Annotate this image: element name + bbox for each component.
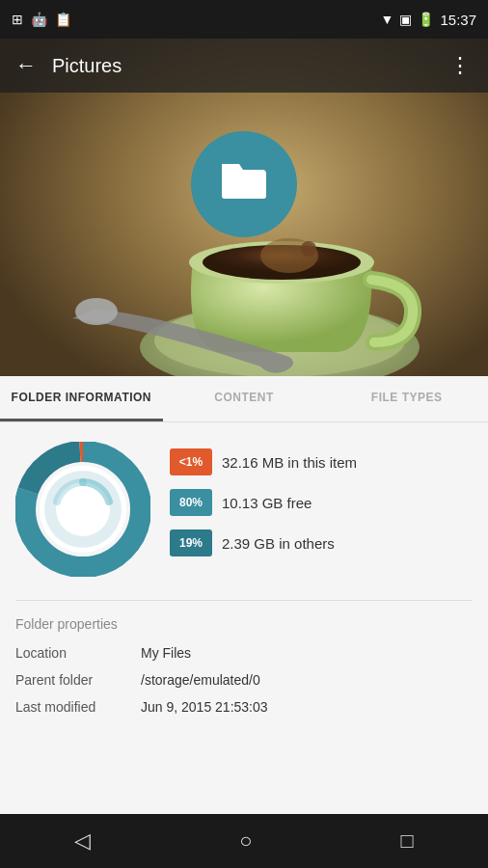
badge-small-percent: <1% xyxy=(170,448,212,475)
wifi-icon: ▼ xyxy=(381,12,394,27)
stat-text-small: 32.16 MB in this item xyxy=(222,454,357,471)
stat-item-small: <1% 32.16 MB in this item xyxy=(170,448,473,475)
prop-value-modified: Jun 9, 2015 21:53:03 xyxy=(141,699,268,715)
bottom-nav: ◁ ○ □ xyxy=(0,814,488,868)
main-content: <1% 32.16 MB in this item 80% 10.13 GB f… xyxy=(0,422,488,746)
stat-item-free: 80% 10.13 GB free xyxy=(170,489,473,516)
back-nav-icon[interactable]: ◁ xyxy=(74,828,91,854)
badge-others-percent: 19% xyxy=(170,529,212,556)
stat-text-others: 2.39 GB in others xyxy=(222,535,335,552)
tab-folder-information[interactable]: FOLDER INFORMATION xyxy=(0,376,163,421)
folder-icon-circle xyxy=(191,131,297,237)
status-icons: ⊞ 🤖 📋 xyxy=(12,12,71,27)
svg-rect-9 xyxy=(222,174,266,199)
prop-label-parent: Parent folder xyxy=(15,672,141,688)
svg-point-7 xyxy=(301,241,316,257)
section-title: Folder properties xyxy=(15,616,473,632)
clipboard-icon: 📋 xyxy=(55,12,71,27)
prop-value-parent: /storage/emulated/0 xyxy=(141,672,260,688)
prop-label-modified: Last modified xyxy=(15,699,141,715)
prop-value-location: My Files xyxy=(141,645,191,661)
section-divider xyxy=(15,600,473,601)
donut-chart xyxy=(15,442,150,577)
stat-text-free: 10.13 GB free xyxy=(222,495,312,511)
android-icon: 🤖 xyxy=(31,12,47,27)
status-bar: ⊞ 🤖 📋 ▼ ▣ 🔋 15:37 xyxy=(0,0,488,39)
stats-row: <1% 32.16 MB in this item 80% 10.13 GB f… xyxy=(15,442,473,577)
hero-area xyxy=(0,39,488,415)
status-right: ▼ ▣ 🔋 15:37 xyxy=(381,12,476,28)
time-display: 15:37 xyxy=(440,12,476,28)
toolbar-title: Pictures xyxy=(52,55,449,77)
property-row-modified: Last modified Jun 9, 2015 21:53:03 xyxy=(15,699,473,715)
battery-icon: 🔋 xyxy=(418,12,434,27)
tab-content[interactable]: CONTENT xyxy=(163,376,326,421)
prop-label-location: Location xyxy=(15,645,141,661)
signal-icon: ▣ xyxy=(399,12,412,27)
tab-file-types[interactable]: FILE TYPES xyxy=(325,376,488,421)
badge-free-percent: 80% xyxy=(170,489,212,516)
home-nav-icon[interactable]: ○ xyxy=(239,828,252,854)
svg-point-8 xyxy=(75,298,118,325)
folder-properties-section: Folder properties Location My Files Pare… xyxy=(15,616,473,715)
back-button[interactable]: ← xyxy=(15,53,37,78)
stat-item-others: 19% 2.39 GB in others xyxy=(170,529,473,556)
property-row-location: Location My Files xyxy=(15,645,473,661)
grid-icon: ⊞ xyxy=(12,12,23,27)
property-row-parent: Parent folder /storage/emulated/0 xyxy=(15,672,473,688)
recent-nav-icon[interactable]: □ xyxy=(401,828,414,854)
folder-icon xyxy=(218,158,270,210)
stats-list: <1% 32.16 MB in this item 80% 10.13 GB f… xyxy=(170,448,473,570)
toolbar: ← Pictures ⋮ xyxy=(0,39,488,93)
overflow-menu-button[interactable]: ⋮ xyxy=(449,53,473,78)
tabs-bar: FOLDER INFORMATION CONTENT FILE TYPES xyxy=(0,376,488,422)
